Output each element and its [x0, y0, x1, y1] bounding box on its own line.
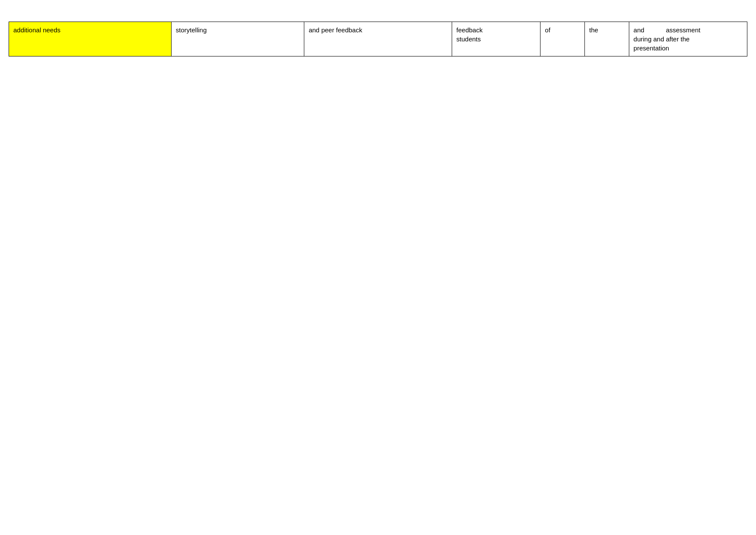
- cell-feedback-students: feedbackstudents: [452, 22, 540, 56]
- table-container: additional needs storytelling and peer f…: [9, 22, 747, 56]
- cell-additional-needs: additional needs: [9, 22, 172, 56]
- cell-the: the: [585, 22, 629, 56]
- cell-storytelling: storytelling: [171, 22, 304, 56]
- data-table: additional needs storytelling and peer f…: [9, 22, 747, 56]
- cell-and-assessment: and assessment during and after the pres…: [629, 22, 747, 56]
- cell-of: of: [540, 22, 585, 56]
- cell-and-peer-feedback: and peer feedback: [304, 22, 452, 56]
- table-row: additional needs storytelling and peer f…: [9, 22, 747, 56]
